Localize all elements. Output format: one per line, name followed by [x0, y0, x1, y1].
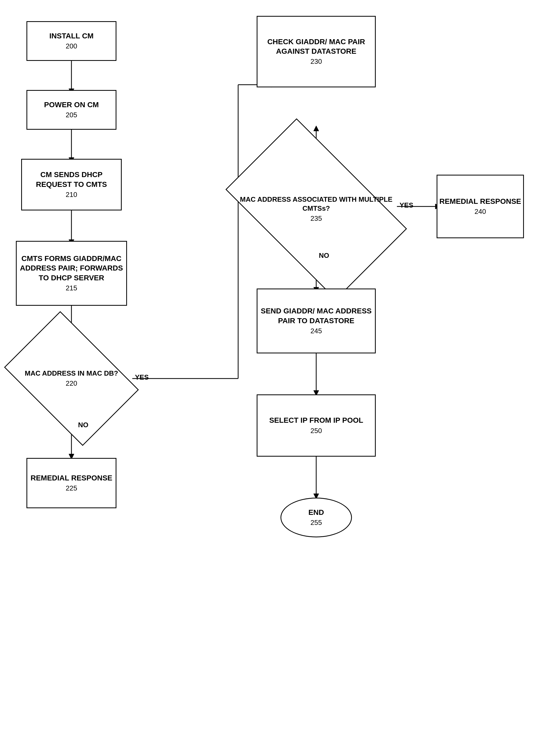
- check-giaddr-node: CHECK GIADDR/ MAC PAIR AGAINST DATASTORE…: [257, 16, 376, 87]
- mac-in-db-node: MAC ADDRESS IN MAC DB? 220: [16, 339, 127, 418]
- end-label: END: [308, 508, 324, 517]
- select-ip-label: SELECT IP FROM IP POOL: [269, 416, 363, 425]
- power-on-cm-num: 205: [66, 111, 77, 120]
- mac-assoc-node: MAC ADDRESS ASSOCIATED WITH MULTIPLE CMT…: [238, 159, 394, 259]
- remedial-225-num: 225: [66, 484, 77, 493]
- install-cm-label: INSTALL CM: [50, 31, 94, 41]
- remedial-240-node: REMEDIAL RESPONSE 240: [437, 175, 524, 238]
- mac-in-db-yes-label: YES: [135, 373, 149, 381]
- mac-assoc-num: 235: [238, 214, 394, 223]
- remedial-225-label: REMEDIAL RESPONSE: [30, 473, 112, 483]
- remedial-240-label: REMEDIAL RESPONSE: [439, 197, 521, 206]
- cmts-forms-node: CMTS FORMS GIADDR/MAC ADDRESS PAIR; FORW…: [16, 241, 127, 306]
- install-cm-num: 200: [66, 42, 77, 51]
- check-giaddr-label: CHECK GIADDR/ MAC PAIR AGAINST DATASTORE: [258, 37, 375, 56]
- end-node: END 255: [280, 498, 352, 537]
- cmts-forms-num: 215: [66, 284, 77, 293]
- power-on-cm-node: POWER ON CM 205: [26, 90, 116, 130]
- send-giaddr-node: SEND GIADDR/ MAC ADDRESS PAIR TO DATASTO…: [257, 289, 376, 353]
- svg-marker-16: [313, 126, 319, 131]
- cmts-forms-label: CMTS FORMS GIADDR/MAC ADDRESS PAIR; FORW…: [17, 254, 126, 283]
- select-ip-num: 250: [310, 426, 322, 435]
- mac-in-db-text: MAC ADDRESS IN MAC DB? 220: [25, 369, 118, 388]
- mac-in-db-no-label: NO: [78, 421, 88, 429]
- cm-sends-dhcp-node: CM SENDS DHCP REQUEST TO CMTS 210: [21, 159, 122, 210]
- check-giaddr-num: 230: [310, 57, 322, 66]
- select-ip-node: SELECT IP FROM IP POOL 250: [257, 394, 376, 457]
- send-giaddr-label: SEND GIADDR/ MAC ADDRESS PAIR TO DATASTO…: [258, 306, 375, 326]
- cm-sends-dhcp-num: 210: [66, 190, 77, 199]
- power-on-cm-label: POWER ON CM: [44, 100, 99, 110]
- mac-in-db-num: 220: [25, 379, 118, 388]
- cm-sends-dhcp-label: CM SENDS DHCP REQUEST TO CMTS: [22, 170, 121, 189]
- remedial-240-num: 240: [474, 207, 486, 216]
- flowchart: INSTALL CM 200 POWER ON CM 205 CM SENDS …: [0, 0, 548, 756]
- end-num: 255: [310, 518, 322, 527]
- remedial-225-node: REMEDIAL RESPONSE 225: [26, 458, 116, 508]
- send-giaddr-num: 245: [310, 327, 322, 336]
- mac-assoc-label: MAC ADDRESS ASSOCIATED WITH MULTIPLE CMT…: [238, 195, 394, 213]
- mac-assoc-yes-label: YES: [399, 201, 413, 209]
- install-cm-node: INSTALL CM 200: [26, 21, 116, 61]
- mac-assoc-text: MAC ADDRESS ASSOCIATED WITH MULTIPLE CMT…: [238, 195, 394, 223]
- mac-in-db-label: MAC ADDRESS IN MAC DB?: [25, 369, 118, 378]
- mac-assoc-no-label: NO: [319, 251, 329, 260]
